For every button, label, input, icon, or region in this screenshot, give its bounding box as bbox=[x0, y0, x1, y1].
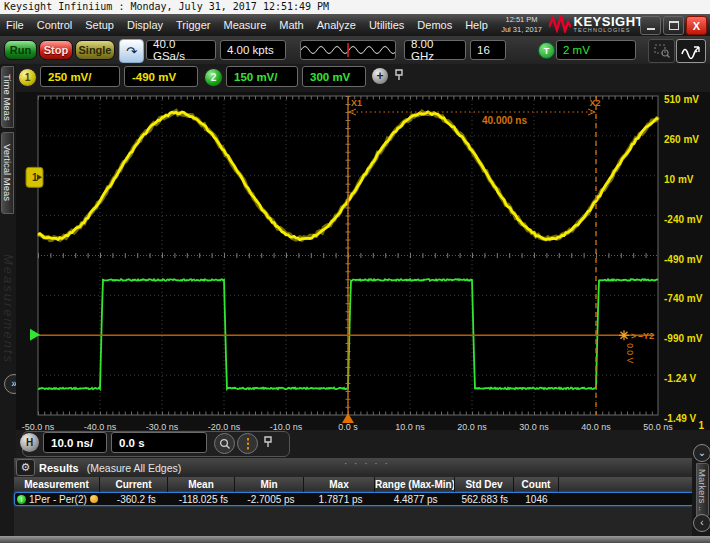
add-channel-button[interactable]: + bbox=[372, 68, 388, 84]
value-cell: 1.7871 ps bbox=[305, 494, 376, 505]
column-header[interactable]: Count bbox=[514, 477, 559, 492]
menu-analyze[interactable]: Analyze bbox=[317, 19, 356, 31]
tab-time-meas[interactable]: Time Meas bbox=[1, 66, 14, 128]
channel-1-badge[interactable]: 1 bbox=[18, 68, 37, 87]
svg-text:-240 mV: -240 mV bbox=[664, 214, 703, 225]
menu-help[interactable]: Help bbox=[465, 19, 488, 31]
sample-rate-field[interactable]: 40.0 GSa/s bbox=[146, 40, 216, 60]
trigger-position-button[interactable] bbox=[237, 433, 258, 454]
menu-math[interactable]: Math bbox=[279, 19, 303, 31]
zoom-box-button[interactable] bbox=[648, 39, 675, 63]
clock[interactable]: 12:51 PM Jul 31, 2017 bbox=[501, 15, 542, 35]
menu-utilities[interactable]: Utilities bbox=[369, 19, 404, 31]
results-table: MeasurementCurrentMeanMinMaxRange (Max-M… bbox=[14, 477, 694, 506]
window-bottom-edge bbox=[0, 536, 710, 543]
svg-text:-1.49 V: -1.49 V bbox=[664, 413, 697, 424]
drag-handle[interactable]: · · · · · bbox=[344, 458, 390, 469]
measurement-name-cell: i1Per - Per(2) bbox=[15, 494, 103, 505]
keysight-spark-icon bbox=[549, 15, 571, 33]
column-header[interactable]: Min bbox=[235, 477, 304, 492]
bandwidth-field[interactable]: 8.00 GHz bbox=[404, 40, 466, 60]
close-button[interactable]: X bbox=[686, 16, 707, 35]
menu-bar: FileControlSetupDisplayTriggerMeasureMat… bbox=[0, 14, 710, 37]
column-header[interactable]: Current bbox=[100, 477, 168, 492]
window-title: Keysight Infiniium : Monday, July 31, 20… bbox=[4, 1, 329, 12]
svg-text:10 mV: 10 mV bbox=[664, 174, 694, 185]
waveform-arrow-icon bbox=[681, 43, 701, 59]
horizontal-badge[interactable]: H bbox=[20, 433, 39, 452]
column-header[interactable]: Measurement bbox=[14, 477, 100, 492]
table-row[interactable]: i1Per - Per(2)-360.2 fs-118.025 fs-2.700… bbox=[14, 492, 694, 506]
keysight-logo: KEYSIGHT TECHNOLOGIES bbox=[549, 15, 644, 33]
horizontal-zoom-button[interactable] bbox=[214, 433, 235, 454]
trigger-level-field[interactable]: 2 mV bbox=[556, 40, 636, 60]
single-button[interactable]: Single bbox=[75, 40, 115, 60]
channel-pin-button[interactable] bbox=[393, 68, 405, 81]
trigger-badge[interactable]: T bbox=[538, 42, 555, 59]
svg-text:-990 mV: -990 mV bbox=[664, 333, 703, 344]
restore-icon bbox=[669, 21, 679, 30]
clock-date: Jul 31, 2017 bbox=[501, 25, 542, 35]
column-header[interactable]: Max bbox=[304, 477, 375, 492]
run-button[interactable]: Run bbox=[4, 40, 37, 60]
gear-icon[interactable]: ⚙ bbox=[16, 459, 35, 476]
memory-depth-field[interactable]: 4.00 kpts bbox=[220, 40, 286, 60]
svg-text:>: > bbox=[631, 331, 636, 341]
channel-1-scale-field[interactable]: 250 mV/ bbox=[40, 66, 120, 87]
horizontal-bar: H 10.0 ns/ 0.0 s bbox=[16, 430, 710, 458]
measurement-info-icon[interactable]: i bbox=[17, 495, 26, 504]
minimize-icon bbox=[647, 28, 655, 30]
results-header-row: MeasurementCurrentMeanMinMaxRange (Max-M… bbox=[14, 477, 694, 492]
horizontal-pin-button[interactable] bbox=[262, 435, 274, 448]
results-subtitle: (Measure All Edges) bbox=[87, 462, 182, 474]
channel-1-offset-field[interactable]: -490 mV bbox=[124, 66, 198, 87]
markers-scroll-down-button[interactable]: ‹ bbox=[693, 514, 710, 532]
averages-field[interactable]: 16 bbox=[470, 40, 506, 60]
svg-text:X1: X1 bbox=[351, 98, 362, 108]
results-title: Results bbox=[39, 462, 79, 474]
trigger-position-widget[interactable] bbox=[300, 40, 396, 60]
channel-2-scale-field[interactable]: 150 mV/ bbox=[226, 66, 298, 87]
channel-2-offset-field[interactable]: 300 mV bbox=[302, 66, 366, 87]
timebase-scale-field[interactable]: 10.0 ns/ bbox=[43, 432, 107, 453]
curved-arrow-icon: ↷ bbox=[126, 44, 137, 59]
menu-display[interactable]: Display bbox=[127, 19, 163, 31]
touch-gesture-button[interactable]: ↷ bbox=[119, 39, 144, 63]
value-cell: -2.7005 ps bbox=[237, 494, 306, 505]
clock-time: 12:51 PM bbox=[501, 15, 542, 25]
menu-demos[interactable]: Demos bbox=[417, 19, 452, 31]
tab-vertical-meas[interactable]: Vertical Meas bbox=[1, 132, 14, 214]
value-cell: -118.025 fs bbox=[170, 494, 237, 505]
restore-button[interactable] bbox=[663, 16, 684, 35]
timebase-position-field[interactable]: 0.0 s bbox=[111, 432, 207, 453]
channel-2-badge[interactable]: 2 bbox=[204, 68, 223, 87]
measurements-watermark: Measurements bbox=[1, 254, 16, 364]
oscilloscope-window: Keysight Infiniium : Monday, July 31, 20… bbox=[0, 0, 710, 543]
pin-icon bbox=[393, 68, 405, 81]
svg-text:-1.24 V: -1.24 V bbox=[664, 373, 697, 384]
measurement-name: 1Per - Per(2) bbox=[29, 494, 87, 505]
menu-trigger[interactable]: Trigger bbox=[176, 19, 210, 31]
column-header[interactable]: Mean bbox=[168, 477, 235, 492]
stop-button[interactable]: Stop bbox=[39, 40, 73, 60]
value-cell: 562.683 fs bbox=[455, 494, 514, 505]
tab-markers[interactable]: Markers .. bbox=[696, 463, 709, 517]
menu-measure[interactable]: Measure bbox=[223, 19, 266, 31]
waveform-display[interactable]: X1X240.000 ns>–Y20.0 V1-50.0 ns-40.0 ns-… bbox=[16, 92, 710, 433]
menu-control[interactable]: Control bbox=[37, 19, 72, 31]
column-header[interactable]: Std Dev bbox=[455, 477, 514, 492]
results-panel: ⚙ Results (Measure All Edges) · · · · · … bbox=[14, 458, 710, 536]
brand-text: KEYSIGHT bbox=[574, 16, 644, 27]
svg-text:0.0 V: 0.0 V bbox=[625, 343, 635, 363]
minimize-button[interactable] bbox=[640, 16, 661, 35]
waveform-scale-button[interactable] bbox=[676, 39, 706, 63]
value-cell: 1046 bbox=[514, 494, 559, 505]
acquisition-toolbar: Run Stop Single ↷ 40.0 GSa/s 4.00 kpts 8… bbox=[0, 36, 710, 64]
value-cell: 4.4877 ps bbox=[376, 494, 456, 505]
markers-scroll-up-button[interactable]: ⌄ bbox=[693, 444, 710, 462]
menu-setup[interactable]: Setup bbox=[85, 19, 114, 31]
menu-file[interactable]: File bbox=[6, 19, 24, 31]
column-header[interactable] bbox=[559, 477, 694, 492]
column-header[interactable]: Range (Max-Min) bbox=[375, 477, 455, 492]
svg-text:-740 mV: -740 mV bbox=[664, 293, 703, 304]
